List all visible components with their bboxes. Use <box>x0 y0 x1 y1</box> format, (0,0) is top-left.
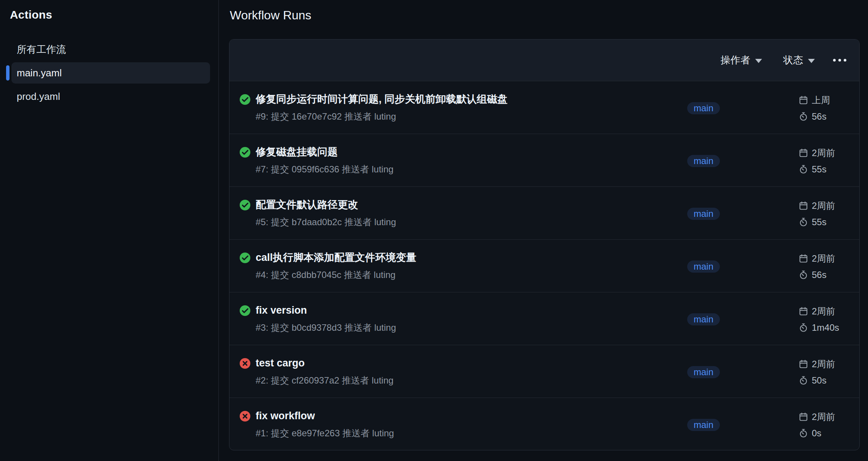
status-filter-label: 状态 <box>783 54 803 67</box>
runs-list: 修复同步运行时间计算问题, 同步关机前卸载默认组磁盘 #9: 提交 16e70e… <box>229 81 859 450</box>
run-meta: 2周前 55s <box>798 201 835 233</box>
calendar-icon <box>798 148 808 158</box>
run-time: 2周前 <box>812 358 835 370</box>
success-check-icon <box>240 305 250 316</box>
stopwatch-icon <box>798 217 808 227</box>
stopwatch-icon <box>798 323 808 333</box>
workflow-run-row[interactable]: 修复磁盘挂载问题 #7: 提交 0959f6c636 推送者 luting ma… <box>229 134 859 187</box>
sidebar-item-prod.yaml[interactable]: prod.yaml <box>11 86 210 107</box>
branch-badge[interactable]: main <box>687 419 720 431</box>
run-commit-info: #2: 提交 cf260937a2 推送者 luting <box>256 375 394 386</box>
stopwatch-icon <box>798 428 808 438</box>
workflow-run-row[interactable]: call执行脚本添加配置文件环境变量 #4: 提交 c8dbb7045c 推送者… <box>229 240 859 292</box>
calendar-icon <box>798 254 808 264</box>
failure-x-icon <box>240 411 250 422</box>
more-options-button[interactable] <box>833 57 846 64</box>
success-check-icon <box>240 200 250 210</box>
workflow-run-row[interactable]: fix workflow #1: 提交 e8e97fe263 推送者 lutin… <box>229 398 859 450</box>
run-duration: 56s <box>812 270 827 280</box>
calendar-icon <box>798 306 808 316</box>
workflow-run-row[interactable]: test cargo #2: 提交 cf260937a2 推送者 luting … <box>229 345 859 398</box>
run-duration: 0s <box>812 428 821 439</box>
kebab-dot <box>844 59 846 62</box>
run-meta: 2周前 0s <box>798 412 835 444</box>
workflow-runs-title: Workflow Runs <box>230 8 311 22</box>
run-meta: 2周前 50s <box>798 359 835 392</box>
run-duration: 50s <box>812 375 827 386</box>
run-commit-info: #3: 提交 b0cd9378d3 推送者 luting <box>256 322 396 333</box>
sidebar-item-main.yaml[interactable]: main.yaml <box>11 62 210 84</box>
workflow-run-row[interactable]: fix version #3: 提交 b0cd9378d3 推送者 luting… <box>229 292 859 345</box>
run-title-link[interactable]: 修复同步运行时间计算问题, 同步关机前卸载默认组磁盘 <box>256 93 508 106</box>
calendar-icon <box>798 95 808 105</box>
actor-filter-dropdown[interactable]: 操作者 <box>721 54 762 67</box>
actions-page: Actions 所有工作流 main.yaml prod.yaml Workfl… <box>0 0 868 461</box>
branch-badge[interactable]: main <box>687 208 720 220</box>
caret-down-icon <box>808 59 815 63</box>
caret-down-icon <box>755 59 762 63</box>
workflow-item-label: main.yaml <box>17 67 62 79</box>
run-duration: 56s <box>812 111 827 122</box>
run-commit-info: #5: 提交 b7daad0b2c 推送者 luting <box>256 216 396 228</box>
branch-badge[interactable]: main <box>687 260 720 273</box>
kebab-dot <box>838 59 841 62</box>
workflow-run-row[interactable]: 修复同步运行时间计算问题, 同步关机前卸载默认组磁盘 #9: 提交 16e70e… <box>229 81 859 134</box>
run-title-link[interactable]: fix version <box>256 304 307 317</box>
run-duration: 1m40s <box>812 322 839 333</box>
run-duration: 55s <box>812 217 827 227</box>
run-time: 2周前 <box>812 411 835 423</box>
run-commit-info: #4: 提交 c8dbb7045c 推送者 luting <box>256 269 395 281</box>
success-check-icon <box>240 253 250 263</box>
sidebar-item-所有工作流[interactable]: 所有工作流 <box>11 39 210 60</box>
run-meta: 2周前 56s <box>798 253 835 286</box>
workflow-list: 所有工作流 main.yaml prod.yaml <box>0 39 218 109</box>
success-check-icon <box>240 94 250 105</box>
branch-badge[interactable]: main <box>687 313 720 325</box>
run-meta: 2周前 1m40s <box>798 306 839 339</box>
calendar-icon <box>798 412 808 422</box>
branch-badge[interactable]: main <box>687 366 720 378</box>
stopwatch-icon <box>798 376 808 385</box>
run-time: 2周前 <box>812 147 835 159</box>
branch-badge[interactable]: main <box>687 102 720 114</box>
failure-x-icon <box>240 358 250 369</box>
run-title-link[interactable]: test cargo <box>256 357 305 369</box>
stopwatch-icon <box>798 270 808 280</box>
main-content: Workflow Runs 操作者 状态 <box>219 0 868 461</box>
stopwatch-icon <box>798 112 808 122</box>
branch-badge[interactable]: main <box>687 155 720 167</box>
stopwatch-icon <box>798 164 808 174</box>
kebab-dot <box>833 59 836 62</box>
status-filter-dropdown[interactable]: 状态 <box>783 54 815 67</box>
success-check-icon <box>240 147 250 158</box>
run-title-link[interactable]: 配置文件默认路径更改 <box>256 198 358 211</box>
run-meta: 2周前 55s <box>798 148 835 180</box>
calendar-icon <box>798 359 808 369</box>
run-title-link[interactable]: call执行脚本添加配置文件环境变量 <box>256 251 416 264</box>
run-commit-info: #9: 提交 16e70e7c92 推送者 luting <box>256 111 396 122</box>
run-time: 2周前 <box>812 253 835 265</box>
run-time: 2周前 <box>812 200 835 212</box>
run-title-link[interactable]: fix workflow <box>256 409 315 422</box>
workflows-sidebar: Actions 所有工作流 main.yaml prod.yaml <box>0 0 219 461</box>
run-title-link[interactable]: 修复磁盘挂载问题 <box>256 145 338 158</box>
actor-filter-label: 操作者 <box>721 54 750 67</box>
workflow-item-label: prod.yaml <box>17 91 60 103</box>
run-commit-info: #1: 提交 e8e97fe263 推送者 luting <box>256 428 394 439</box>
run-duration: 55s <box>812 164 827 175</box>
run-commit-info: #7: 提交 0959f6c636 推送者 luting <box>256 164 394 175</box>
selected-indicator-bar <box>6 65 9 81</box>
page-title: Actions <box>10 8 52 21</box>
run-time: 上周 <box>812 94 830 106</box>
calendar-icon <box>798 201 808 211</box>
workflow-item-label: 所有工作流 <box>17 43 66 56</box>
run-meta: 上周 56s <box>798 95 830 128</box>
runs-toolbar: 操作者 状态 <box>229 39 859 81</box>
run-time: 2周前 <box>812 305 835 317</box>
runs-panel: 操作者 状态 修复同步运行时间计算问题, 同步关机前卸载默认组磁盘 #9: <box>229 39 860 450</box>
workflow-run-row[interactable]: 配置文件默认路径更改 #5: 提交 b7daad0b2c 推送者 luting … <box>229 187 859 240</box>
